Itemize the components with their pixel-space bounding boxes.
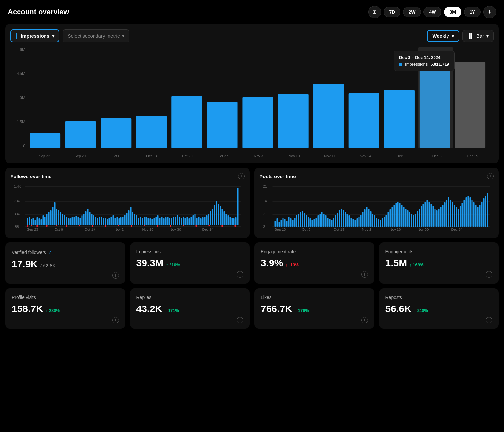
time-btn-3m[interactable]: 3M: [444, 7, 461, 17]
svg-rect-141: [118, 225, 119, 226]
svg-rect-180: [302, 211, 303, 227]
svg-rect-64: [107, 219, 108, 225]
svg-rect-218: [376, 218, 377, 227]
stat-label-replies: Replies: [136, 295, 244, 300]
likes-info-button[interactable]: i: [361, 317, 368, 323]
svg-rect-174: [290, 218, 292, 227]
svg-rect-207: [355, 220, 356, 227]
primary-metric-label: Impressions: [21, 33, 49, 39]
svg-rect-70: [119, 218, 120, 225]
svg-rect-125: [226, 214, 227, 225]
svg-text:Dec 14: Dec 14: [451, 228, 463, 231]
svg-rect-41: [62, 214, 63, 225]
verified-info-button[interactable]: i: [112, 272, 119, 279]
svg-rect-66: [111, 217, 112, 225]
calendar-button[interactable]: ⊞: [368, 6, 381, 18]
svg-rect-48: [76, 216, 77, 225]
svg-rect-61: [101, 217, 102, 225]
svg-rect-220: [380, 220, 381, 227]
svg-rect-103: [183, 217, 184, 225]
svg-rect-115: [206, 215, 208, 225]
bar-chart-svg: [27, 47, 490, 148]
svg-rect-79: [136, 215, 137, 225]
stat-footer-verified: i: [12, 272, 119, 279]
svg-rect-0: [30, 133, 60, 148]
svg-rect-206: [353, 219, 354, 227]
svg-rect-8: [313, 84, 344, 148]
svg-rect-58: [95, 217, 96, 225]
svg-rect-97: [171, 218, 172, 225]
svg-rect-171: [284, 219, 286, 227]
svg-rect-29: [39, 218, 40, 225]
svg-rect-236: [411, 214, 412, 227]
time-btn-7d[interactable]: 7D: [384, 7, 401, 17]
time-btn-4w[interactable]: 4W: [423, 7, 441, 17]
bar-chart-icon: ▐▌: [467, 33, 474, 38]
svg-text:-66: -66: [14, 224, 19, 228]
svg-rect-100: [177, 215, 178, 225]
download-button[interactable]: ⬇: [483, 6, 496, 18]
svg-rect-57: [93, 215, 94, 225]
stat-label-verified-followers: Verified followers ✓: [12, 249, 119, 255]
svg-rect-104: [185, 218, 186, 225]
svg-rect-270: [477, 207, 479, 227]
stat-label-likes: Likes: [261, 295, 368, 300]
svg-rect-187: [316, 218, 317, 227]
svg-rect-189: [320, 214, 321, 227]
svg-rect-132: [27, 225, 28, 227]
svg-rect-243: [425, 202, 426, 227]
svg-rect-204: [349, 215, 350, 227]
svg-rect-233: [405, 209, 407, 227]
reposts-info-button[interactable]: i: [486, 317, 492, 323]
stat-likes: Likes 766.7K ↑ 176% i: [254, 288, 374, 329]
profile-visits-info-button[interactable]: i: [112, 317, 119, 323]
time-btn-1y[interactable]: 1Y: [464, 7, 481, 17]
svg-rect-198: [337, 213, 338, 227]
view-dropdown[interactable]: Weekly: [427, 30, 459, 42]
svg-rect-135: [46, 225, 48, 227]
replies-info-button[interactable]: i: [237, 317, 243, 323]
svg-rect-251: [440, 207, 442, 227]
svg-rect-195: [331, 220, 333, 227]
svg-rect-246: [431, 204, 432, 227]
svg-rect-133: [31, 225, 32, 226]
engagements-info-button[interactable]: i: [486, 271, 492, 278]
posts-info-button[interactable]: i: [487, 173, 494, 179]
svg-rect-80: [138, 218, 139, 225]
svg-rect-182: [306, 215, 307, 227]
svg-rect-185: [312, 220, 313, 227]
svg-rect-26: [33, 218, 34, 225]
chart-type-dropdown[interactable]: ▐▌ Bar: [462, 30, 494, 42]
svg-rect-112: [200, 218, 202, 225]
x-label-nov3: Nov 3: [241, 154, 276, 158]
svg-text:1.4K: 1.4K: [14, 184, 21, 188]
posts-chart-title: Posts over time: [259, 174, 296, 179]
svg-rect-78: [134, 214, 135, 225]
stats-row-2: Profile visits 158.7K ↑ 280% i Replies 4…: [5, 288, 499, 329]
follows-info-button[interactable]: i: [238, 173, 245, 179]
svg-rect-229: [397, 202, 399, 227]
svg-rect-230: [399, 203, 401, 227]
svg-rect-238: [415, 214, 416, 227]
primary-metric-dropdown[interactable]: Impressions: [10, 29, 59, 42]
svg-rect-72: [122, 217, 124, 225]
svg-rect-43: [66, 217, 67, 225]
svg-rect-148: [209, 225, 210, 226]
svg-rect-222: [384, 217, 385, 227]
stat-change-reposts: ↑ 210%: [414, 308, 428, 313]
svg-rect-203: [347, 214, 348, 227]
engagement-rate-info-button[interactable]: i: [361, 271, 368, 278]
impressions-info-button[interactable]: i: [237, 271, 243, 278]
svg-rect-109: [195, 214, 196, 225]
secondary-metric-dropdown[interactable]: Select secondary metric: [63, 29, 129, 42]
x-label-oct20: Oct 20: [169, 154, 205, 158]
svg-rect-219: [378, 219, 379, 227]
stat-value-likes: 766.7K ↑ 176%: [261, 303, 368, 314]
time-btn-2w[interactable]: 2W: [403, 7, 421, 17]
stat-label-impressions: Impressions: [136, 249, 244, 254]
svg-text:Nov 30: Nov 30: [418, 228, 429, 231]
stat-replies: Replies 43.2K ↑ 171% i: [130, 288, 250, 329]
svg-rect-239: [417, 211, 418, 227]
svg-text:Sep 23: Sep 23: [27, 228, 38, 231]
x-label-oct27: Oct 27: [205, 154, 241, 158]
